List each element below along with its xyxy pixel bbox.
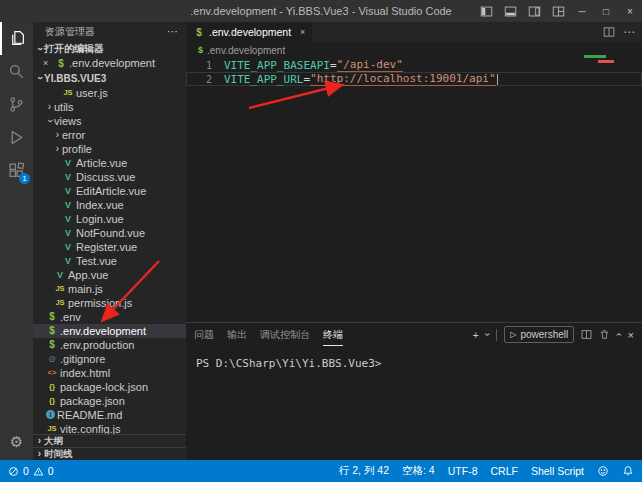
- chevron-down-icon[interactable]: ›: [482, 333, 493, 336]
- breadcrumb[interactable]: $ .env.development: [186, 42, 642, 58]
- split-editor-icon[interactable]: [600, 26, 618, 38]
- cursor-position[interactable]: 行 2, 列 42: [339, 464, 389, 478]
- tree-item-.env[interactable]: $.env: [33, 310, 186, 324]
- tree-item-utils[interactable]: ›utils: [33, 100, 186, 114]
- close-tab-icon[interactable]: ×: [300, 27, 305, 37]
- project-root-section[interactable]: › YI.BBS.VUE3: [33, 71, 186, 86]
- env-key: VITE_APP_BASEAPI: [224, 59, 330, 72]
- maximize-panel-icon[interactable]: ›: [613, 333, 624, 336]
- panel-tabbar: 问题 输出 调试控制台 终端 + › ▷ powershell: [186, 323, 642, 346]
- maximize-button[interactable]: □: [594, 0, 618, 22]
- encoding[interactable]: UTF-8: [448, 465, 478, 477]
- explorer-icon[interactable]: [0, 22, 33, 55]
- tree-item-profile[interactable]: ›profile: [33, 142, 186, 156]
- equals-operator: =: [330, 59, 337, 72]
- code-editor[interactable]: 1 VITE_APP_BASEAPI = "/api-dev" 2 VITE_A…: [186, 58, 642, 322]
- eol-sequence[interactable]: CRLF: [490, 465, 517, 477]
- file-label: .env: [60, 311, 81, 323]
- file-label: EditArticle.vue: [76, 185, 146, 197]
- minimize-button[interactable]: ─: [570, 0, 594, 22]
- tree-item-Article.vue[interactable]: VArticle.vue: [33, 156, 186, 170]
- terminal-panel: 问题 输出 调试控制台 终端 + › ▷ powershell: [186, 322, 642, 460]
- run-debug-icon[interactable]: [0, 121, 33, 154]
- env-value-url: "http://localhost:19001/api": [310, 72, 495, 86]
- tab-debug-console[interactable]: 调试控制台: [260, 323, 310, 346]
- shell-file-icon: $: [193, 27, 205, 38]
- tree-item-views[interactable]: ›views: [33, 114, 186, 128]
- notifications-bell-icon[interactable]: [622, 465, 634, 477]
- tree-item-index.html[interactable]: <>index.html: [33, 366, 186, 380]
- tree-item-EditArticle.vue[interactable]: VEditArticle.vue: [33, 184, 186, 198]
- extensions-icon[interactable]: 1: [0, 154, 33, 187]
- file-label: permission.js: [68, 297, 132, 309]
- tab-output[interactable]: 输出: [227, 323, 247, 346]
- tree-item-Login.vue[interactable]: VLogin.vue: [33, 212, 186, 226]
- toggle-secondary-sidebar-icon[interactable]: [522, 0, 546, 22]
- toggle-panel-icon[interactable]: [498, 0, 522, 22]
- tree-item-App.vue[interactable]: VApp.vue: [33, 268, 186, 282]
- panel-actions: + › ▷ powershell › ×: [472, 326, 634, 343]
- problems-status[interactable]: 0 0: [8, 465, 54, 477]
- vue-file-icon: V: [62, 172, 74, 182]
- more-actions-icon[interactable]: ⋯: [620, 25, 638, 39]
- file-label: Index.vue: [76, 199, 124, 211]
- titlebar: .env.development - Yi.BBS.Vue3 - Visual …: [0, 0, 642, 22]
- kill-terminal-icon[interactable]: [599, 329, 610, 340]
- new-terminal-icon[interactable]: +: [472, 329, 478, 341]
- env-key: VITE_APP_URL: [224, 73, 303, 86]
- search-icon[interactable]: [0, 55, 33, 88]
- open-editors-section[interactable]: › 打开的编辑器: [33, 42, 186, 56]
- tree-item-README.md[interactable]: iREADME.md: [33, 408, 186, 422]
- more-actions-icon[interactable]: ⋯: [167, 25, 178, 38]
- outline-section[interactable]: › 大纲: [33, 434, 186, 447]
- tab-terminal[interactable]: 终端: [323, 323, 343, 346]
- close-panel-icon[interactable]: ×: [628, 329, 634, 341]
- tree-item-Discuss.vue[interactable]: VDiscuss.vue: [33, 170, 186, 184]
- chevron-right-icon: ›: [35, 449, 44, 459]
- editor-tabbar: $ .env.development × ⋯: [186, 22, 642, 42]
- tree-item-package.json[interactable]: {}package.json: [33, 394, 186, 408]
- open-editor-item[interactable]: × $ .env.development: [33, 56, 186, 71]
- tree-item-user.js[interactable]: JSuser.js: [33, 86, 186, 100]
- tree-item-.env.development[interactable]: $.env.development: [33, 324, 186, 338]
- feedback-smiley-icon[interactable]: [597, 465, 609, 477]
- toggle-sidebar-icon[interactable]: [474, 0, 498, 22]
- source-control-icon[interactable]: [0, 88, 33, 121]
- tree-item-Register.vue[interactable]: VRegister.vue: [33, 240, 186, 254]
- tree-item-.gitignore[interactable]: ⊘.gitignore: [33, 352, 186, 366]
- terminal-content[interactable]: PS D:\CSharp\Yi\Yi.BBS.Vue3>: [186, 346, 642, 370]
- customize-layout-icon[interactable]: [546, 0, 570, 22]
- close-editor-icon[interactable]: ×: [43, 58, 55, 68]
- code-line-1: 1 VITE_APP_BASEAPI = "/api-dev": [186, 58, 642, 72]
- file-label: Login.vue: [76, 213, 124, 225]
- vue-file-icon: V: [62, 256, 74, 266]
- tree-item-.env.production[interactable]: $.env.production: [33, 338, 186, 352]
- language-mode[interactable]: Shell Script: [531, 465, 584, 477]
- settings-gear-icon[interactable]: ⚙: [0, 425, 33, 458]
- file-label: NotFound.vue: [76, 227, 145, 239]
- warning-icon: [33, 466, 44, 477]
- chevron-down-icon: ›: [45, 116, 55, 125]
- split-terminal-icon[interactable]: [581, 329, 592, 340]
- tree-item-vite.config.js[interactable]: JSvite.config.js: [33, 422, 186, 434]
- tree-item-error[interactable]: ›error: [33, 128, 186, 142]
- html-file-icon: <>: [46, 368, 58, 377]
- tree-item-Test.vue[interactable]: VTest.vue: [33, 254, 186, 268]
- chevron-right-icon: ›: [53, 144, 62, 154]
- close-window-button[interactable]: ×: [618, 0, 642, 22]
- vue-file-icon: V: [62, 242, 74, 252]
- tree-item-NotFound.vue[interactable]: VNotFound.vue: [33, 226, 186, 240]
- tree-item-permission.js[interactable]: JSpermission.js: [33, 296, 186, 310]
- tree-item-main.js[interactable]: JSmain.js: [33, 282, 186, 296]
- json-file-icon: {}: [46, 396, 58, 405]
- tab-env-development[interactable]: $ .env.development ×: [186, 22, 312, 42]
- json-file-icon: {}: [46, 382, 58, 391]
- indentation[interactable]: 空格: 4: [402, 464, 435, 478]
- shell-selector[interactable]: ▷ powershell: [504, 326, 574, 343]
- timeline-section[interactable]: › 时间线: [33, 447, 186, 460]
- tab-problems[interactable]: 问题: [194, 323, 214, 346]
- tree-item-package-lock.json[interactable]: {}package-lock.json: [33, 380, 186, 394]
- breadcrumb-file[interactable]: .env.development: [207, 45, 285, 56]
- vue-file-icon: V: [62, 214, 74, 224]
- tree-item-Index.vue[interactable]: VIndex.vue: [33, 198, 186, 212]
